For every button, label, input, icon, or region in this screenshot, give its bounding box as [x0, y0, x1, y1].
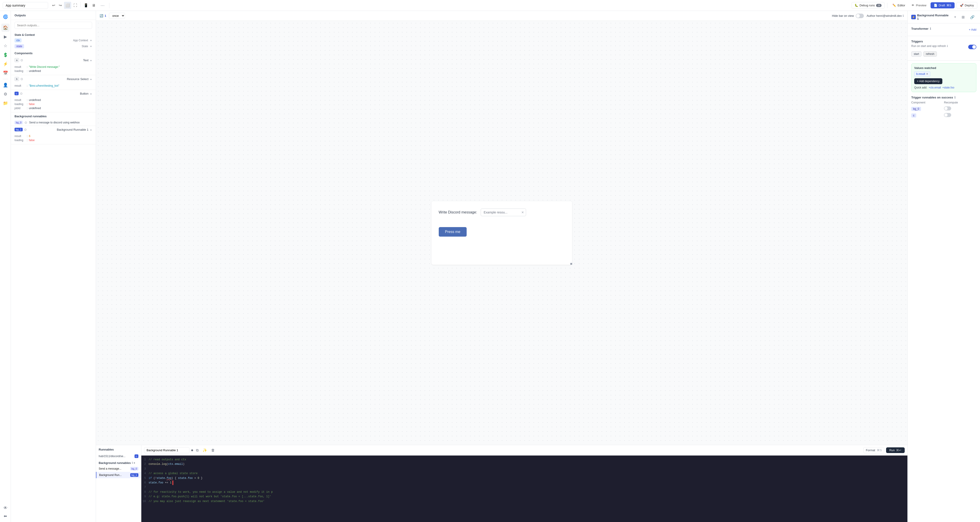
code-line-2: 2 console.log(ctx.email): [141, 462, 907, 466]
transformer-section: Transformer ℹ + Add: [908, 23, 980, 36]
nav-home-icon[interactable]: 🏠: [2, 24, 10, 32]
debug-runs-button[interactable]: 🐛 Debug runs 26: [851, 2, 885, 9]
search-outputs-input[interactable]: [14, 22, 92, 29]
runnable-name: hub/1511/discord/se...: [99, 455, 126, 458]
hide-bar-toggle[interactable]: [856, 14, 864, 18]
triggers-info-icon[interactable]: ℹ: [947, 45, 948, 48]
debug-label: Debug runs: [859, 4, 875, 7]
bg-runnable-item-0[interactable]: Send a message... bg_0: [96, 466, 141, 472]
canvas-toolbar: 🔄 1 once Hide bar on view Author henri@w…: [96, 11, 907, 21]
info-icon[interactable]: ℹ: [903, 14, 904, 18]
add-transformer-button[interactable]: + Add: [969, 28, 976, 31]
nav-bottom: 👁 ⬅: [2, 504, 10, 520]
trigger-table-row-0: bg_0: [911, 105, 976, 112]
frequency-select[interactable]: once: [109, 13, 125, 19]
status-dot: [191, 449, 193, 451]
toggle-on-knob: [972, 45, 976, 49]
redo-button[interactable]: ↪: [57, 2, 63, 9]
bg-runnables-info-icon: ℹ: [132, 462, 133, 465]
bg0-row[interactable]: bg_0 ⊙ Send a message to discord using w…: [11, 119, 96, 126]
triggers-toggle[interactable]: [968, 45, 976, 49]
runnable-item[interactable]: hub/1511/discord/se... c: [96, 453, 141, 459]
run-button[interactable]: Run ⌘↵: [886, 447, 905, 453]
author-label: Author henri@windmill.dev: [867, 14, 902, 18]
move-handle-c[interactable]: ⊙: [20, 92, 23, 95]
nav-users-icon[interactable]: 👤: [2, 81, 10, 89]
nav-resources-icon[interactable]: 💲: [2, 51, 10, 59]
code-line-4: 4 // access a global state store: [141, 471, 907, 476]
component-c-header[interactable]: c ⊙ Button ▲: [11, 90, 96, 97]
fullscreen-button[interactable]: ⛶: [72, 2, 78, 9]
view-code-button[interactable]: ⬜: [64, 2, 71, 9]
app-title-input[interactable]: [3, 2, 48, 9]
deploy-button[interactable]: 🚀 Deploy: [956, 2, 977, 9]
component-b-header[interactable]: b ⊙ Resource Select ▲: [11, 75, 96, 83]
ctx-tag: ctx: [14, 38, 22, 43]
nav-folders-icon[interactable]: 📁: [2, 99, 10, 107]
code-body[interactable]: 1 // read outputs and ctx 2 console.log(…: [141, 455, 907, 522]
nav-apps-icon[interactable]: ☆: [2, 42, 10, 50]
move-handle-bg0[interactable]: ⊙: [24, 121, 27, 124]
editor-button[interactable]: ✏️ Editor: [890, 2, 907, 8]
component-a-chevron: ▲: [90, 59, 92, 62]
component-b-chevron: ▲: [90, 78, 92, 80]
trigger-runnables-info-icon[interactable]: ℹ: [955, 96, 956, 99]
event-refresh-button[interactable]: refresh: [923, 51, 937, 57]
detail-row: result : "Write Discord message:": [14, 65, 92, 69]
events-row: start refresh: [911, 51, 976, 57]
nav-eye-icon[interactable]: 👁: [2, 504, 10, 512]
nav-schedule-icon[interactable]: 📅: [2, 69, 10, 77]
nav-expand-icon[interactable]: ⬅: [2, 512, 10, 520]
move-handle-a[interactable]: ⊙: [21, 58, 23, 62]
bg-runnable-icon: ⚡: [911, 15, 916, 19]
mobile-view-button[interactable]: 📱: [82, 2, 90, 9]
quick-tag-1[interactable]: +state.foo: [942, 86, 955, 89]
editor-title-input[interactable]: [144, 447, 189, 453]
discord-clear-icon[interactable]: ✕: [521, 210, 524, 214]
undo-button[interactable]: ↩: [51, 2, 56, 9]
debug-count: 26: [876, 4, 881, 7]
resize-handle[interactable]: [570, 263, 572, 265]
bg1-header[interactable]: bg_1 ⊙ Background Runnable 1 ▲: [11, 126, 96, 133]
press-me-button[interactable]: Press me: [439, 227, 467, 237]
bg0-label: Send a message to discord using webhoo: [29, 121, 80, 124]
bg-runnable-item-1[interactable]: Background Run... bg_1: [96, 472, 141, 478]
right-plus-button[interactable]: +: [952, 14, 958, 20]
recompute-toggle-c[interactable]: [944, 113, 951, 117]
component-a-header[interactable]: a ⊙ Text ▲: [11, 56, 96, 64]
more-options-button[interactable]: ⋯: [99, 2, 107, 9]
delete-icon-button[interactable]: 🗑: [210, 447, 216, 454]
canvas-area[interactable]: Write Discord message: Example resou... …: [96, 21, 907, 445]
preview-button[interactable]: 👁 Preview: [909, 2, 929, 8]
detail-row: jobId : undefined: [14, 106, 92, 110]
move-handle-b[interactable]: ⊙: [21, 77, 23, 81]
quick-tag-0[interactable]: +ctx.email: [929, 86, 941, 89]
copy-icon-button[interactable]: ⧉: [195, 447, 200, 454]
component-a-tag: a: [14, 58, 19, 62]
format-button[interactable]: Format ⌘S: [864, 447, 884, 453]
event-start-button[interactable]: start: [911, 51, 921, 57]
runnables-title: Runnables: [96, 448, 141, 453]
nav-settings-icon[interactable]: ⚙: [2, 90, 10, 98]
hide-bar-label: Hide bar on view: [832, 14, 854, 18]
desktop-view-button[interactable]: 🖥: [91, 2, 97, 9]
bg-runnables-add-icon[interactable]: +: [134, 461, 135, 465]
nav-variables-icon[interactable]: ⚡: [2, 60, 10, 68]
logo-icon[interactable]: 🌀: [2, 13, 10, 21]
detail-row: loading : false: [14, 138, 92, 142]
nav-flows-icon[interactable]: ▶: [2, 33, 10, 41]
right-panel: ⚡ Background Runnable 1 + ⊞ 🔗 Transforme…: [907, 11, 980, 522]
draft-button[interactable]: 📄 Draft ⌘S: [931, 2, 955, 8]
icon-nav: 🌀 🏠 ▶ ☆ 💲 ⚡ 📅 👤 ⚙ 📁 👁 ⬅: [0, 11, 11, 522]
watched-remove-icon[interactable]: ✕: [926, 72, 928, 76]
right-link-button[interactable]: 🔗: [968, 14, 976, 20]
move-handle-bg1[interactable]: ⊙: [24, 128, 27, 131]
add-dependency-button[interactable]: + Add dependency: [914, 78, 942, 84]
component-c-details: result : undefined loading : false jobId…: [11, 97, 96, 112]
error-marker: [172, 481, 173, 485]
wand-icon-button[interactable]: ✨: [202, 447, 208, 454]
recompute-toggle-bg0[interactable]: [944, 107, 951, 110]
discord-resource-select[interactable]: Example resou... ✕: [481, 208, 526, 216]
right-grid-button[interactable]: ⊞: [960, 14, 966, 20]
transformer-info-icon[interactable]: ℹ: [930, 27, 931, 30]
